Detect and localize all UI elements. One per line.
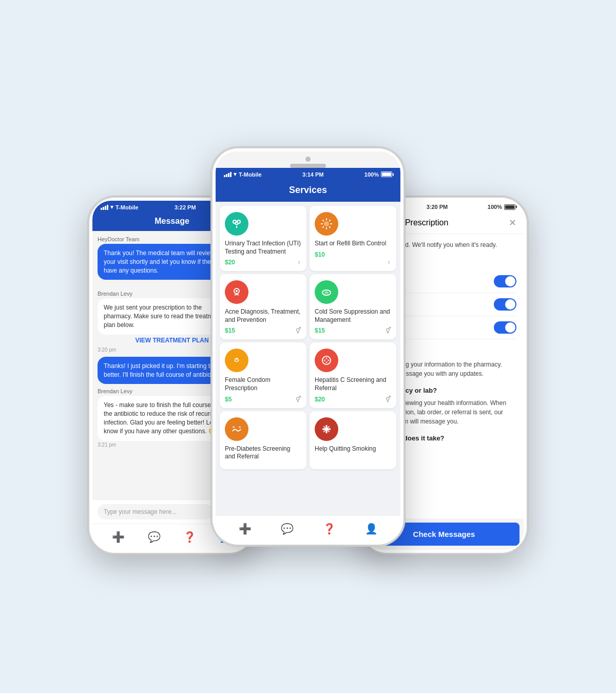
uti-name: Urinary Tract Infection (UTI) Testing an…: [225, 240, 301, 256]
right-battery-fill: [505, 205, 514, 209]
acne-icon: [225, 280, 248, 304]
center-nav-add[interactable]: ➕: [235, 521, 255, 536]
services-row-1: Urinary Tract Infection (UTI) Testing an…: [220, 206, 396, 271]
cold-sore-gender: ⚥: [386, 327, 391, 334]
signal-bar-3: [105, 206, 106, 210]
left-nav-messages[interactable]: 💬: [144, 529, 164, 545]
toggle-2[interactable]: [494, 298, 516, 311]
uti-icon: [225, 212, 248, 236]
birth-control-gender: ♀: [387, 259, 391, 266]
center-battery-fill: [382, 172, 391, 176]
svg-point-0: [233, 220, 236, 223]
hepatitis-price: $20: [315, 396, 391, 403]
center-bottom-nav: ➕ 💬 ❓ 👤: [216, 515, 400, 542]
service-diabetes[interactable]: Pre-Diabetes Screening and Referral: [220, 411, 306, 469]
center-phone-screen: ▾ T-Mobile 3:14 PM 100% Services: [216, 151, 400, 542]
service-cold-sore[interactable]: Cold Sore Suppression and Management $15…: [310, 274, 396, 339]
speaker: [290, 164, 326, 168]
acne-price: $15: [225, 327, 301, 334]
left-signal: [101, 205, 108, 210]
left-carrier: T-Mobile: [116, 204, 139, 210]
svg-rect-9: [236, 359, 238, 361]
hepatitis-gender: ⚥: [386, 396, 391, 403]
toggle-3[interactable]: [494, 321, 516, 334]
service-acne[interactable]: Acne Diagnosis, Treatment, and Preventio…: [220, 274, 306, 339]
center-status-right: 100%: [364, 171, 392, 178]
center-notch: [216, 151, 400, 168]
right-status-right: 100%: [488, 204, 515, 210]
hepatitis-name: Hepatitis C Screening and Referral: [315, 376, 391, 392]
center-nav-messages[interactable]: 💬: [277, 521, 297, 536]
smoking-icon: [315, 417, 338, 441]
acne-gender: ⚥: [296, 327, 301, 334]
services-row-3: Female Condom Prescription $5 ⚥: [220, 342, 396, 408]
right-battery-pct: 100%: [488, 204, 502, 210]
birth-control-price: $10: [315, 251, 391, 258]
signal-bar-1: [101, 208, 102, 210]
services-row-4: Pre-Diabetes Screening and Referral: [220, 411, 396, 469]
center-nav-help[interactable]: ❓: [319, 521, 339, 536]
center-carrier: T-Mobile: [239, 171, 262, 178]
svg-marker-10: [235, 358, 239, 359]
condom-name: Female Condom Prescription: [225, 376, 301, 392]
svg-point-1: [237, 220, 240, 223]
diabetes-icon: [225, 417, 248, 441]
center-time: 3:14 PM: [302, 171, 324, 178]
phones-container: ▾ T-Mobile 3:22 PM Message HeyDoctor Tea…: [77, 64, 539, 629]
right-time: 3:20 PM: [427, 204, 448, 210]
left-nav-help[interactable]: ❓: [180, 529, 200, 545]
center-battery: [381, 171, 392, 177]
service-smoking[interactable]: Help Quitting Smoking: [310, 411, 396, 469]
cold-sore-name: Cold Sore Suppression and Management: [315, 308, 391, 324]
svg-point-3: [324, 221, 329, 226]
left-nav-add[interactable]: ➕: [108, 529, 129, 545]
svg-point-7: [324, 292, 329, 294]
left-status-left: ▾ T-Mobile: [101, 204, 139, 210]
birth-control-icon: [315, 212, 338, 236]
modal-close-button[interactable]: ✕: [509, 217, 516, 228]
phone-center: ▾ T-Mobile 3:14 PM 100% Services: [210, 146, 406, 547]
toggle-1[interactable]: [494, 275, 516, 287]
left-time: 3:22 PM: [175, 204, 196, 210]
center-signal: [224, 172, 232, 177]
uti-price: $20: [225, 259, 301, 266]
smoking-name: Help Quitting Smoking: [315, 445, 391, 453]
front-camera: [305, 157, 311, 162]
service-uti[interactable]: Urinary Tract Infection (UTI) Testing an…: [220, 206, 306, 271]
right-battery: [504, 204, 515, 210]
svg-point-13: [239, 426, 241, 428]
service-condom[interactable]: Female Condom Prescription $5 ⚥: [220, 342, 306, 408]
condom-gender: ⚥: [296, 396, 301, 403]
cold-sore-icon: [315, 280, 338, 304]
center-battery-pct: 100%: [364, 171, 379, 178]
birth-control-name: Start or Refill Birth Control: [315, 240, 391, 248]
diabetes-name: Pre-Diabetes Screening and Referral: [225, 445, 301, 461]
left-wifi-icon: ▾: [110, 204, 113, 210]
message-input[interactable]: Type your message here...: [98, 504, 213, 519]
hepatitis-icon: [315, 349, 338, 372]
signal-bar-2: [103, 207, 104, 210]
service-hepatitis[interactable]: Hepatitis C Screening and Referral $20 ⚥: [310, 342, 396, 408]
condom-icon: [225, 349, 248, 372]
cold-sore-price: $15: [315, 327, 391, 334]
uti-gender: ♀: [297, 259, 301, 266]
center-nav-profile[interactable]: 👤: [361, 521, 381, 536]
service-birth-control[interactable]: Start or Refill Birth Control $10 ♀: [310, 206, 396, 271]
svg-point-12: [233, 426, 235, 428]
svg-point-5: [236, 290, 238, 292]
services-grid[interactable]: Urinary Tract Infection (UTI) Testing an…: [216, 202, 400, 515]
acne-name: Acne Diagnosis, Treatment, and Preventio…: [225, 308, 301, 324]
condom-price: $5: [225, 396, 301, 403]
center-status-bar: ▾ T-Mobile 3:14 PM 100%: [216, 168, 400, 180]
center-status-left: ▾ T-Mobile: [224, 171, 262, 178]
services-row-2: Acne Diagnosis, Treatment, and Preventio…: [220, 274, 396, 339]
signal-bar-4: [107, 205, 108, 210]
center-wifi: ▾: [234, 171, 237, 178]
services-header: Services: [216, 180, 400, 202]
